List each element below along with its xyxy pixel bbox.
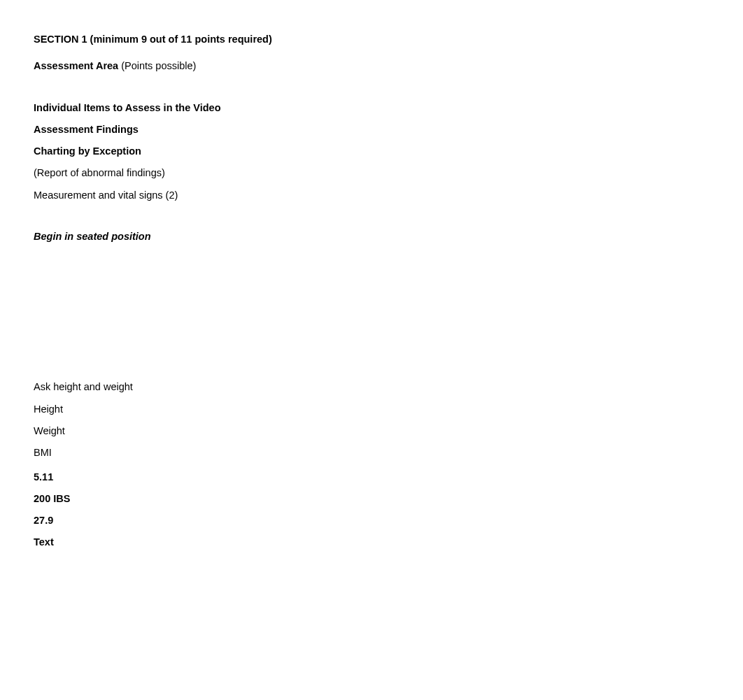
height-value: 5.11 — [34, 470, 743, 484]
assessment-area-label: Assessment Area — [34, 60, 118, 71]
weight-label: Weight — [34, 424, 743, 438]
individual-items-label: Individual Items to Assess in the Video — [34, 101, 743, 115]
ask-height-weight-label: Ask height and weight — [34, 380, 743, 394]
bmi-label: BMI — [34, 445, 743, 459]
measurement-vitals-label: Measurement and vital signs (2) — [34, 188, 743, 202]
assessment-findings-label: Assessment Findings — [34, 122, 743, 136]
height-label: Height — [34, 402, 743, 416]
bmi-value: 27.9 — [34, 513, 743, 527]
report-abnormal-label: (Report of abnormal findings) — [34, 166, 743, 180]
points-possible-label: (Points possible) — [118, 60, 196, 71]
assessment-area-row: Assessment Area (Points possible) — [34, 59, 743, 73]
charting-exception-label: Charting by Exception — [34, 144, 743, 158]
text-label: Text — [34, 535, 743, 549]
begin-position-label: Begin in seated position — [34, 229, 743, 243]
section-title: SECTION 1 (minimum 9 out of 11 points re… — [34, 32, 743, 46]
weight-value: 200 IBS — [34, 492, 743, 506]
